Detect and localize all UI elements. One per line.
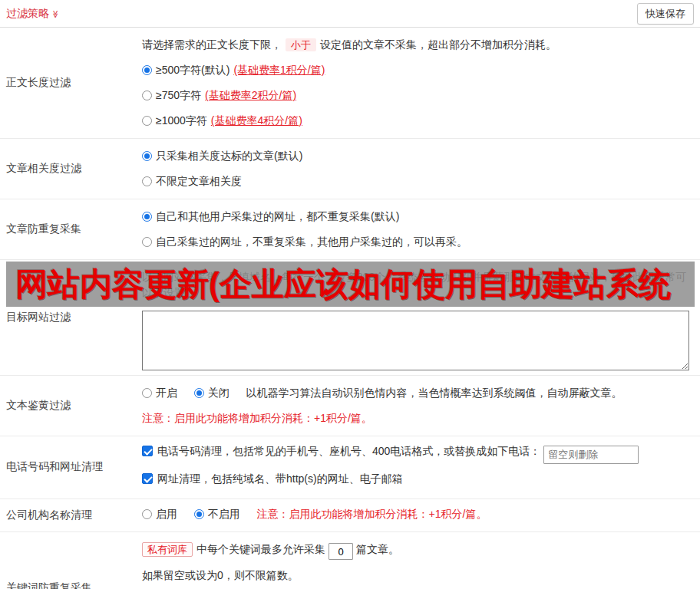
less-than-tag: 小于 — [286, 38, 316, 51]
relevance-option-2-text: 不限定文章相关度 — [156, 175, 242, 187]
company-on-text: 启用 — [156, 508, 177, 520]
url-cleanup-option: 网址清理，包括纯域名、带http(s)的网址、电子邮箱 — [142, 471, 694, 487]
page-header: 过滤策略≫ 快速保存 — [0, 0, 700, 28]
company-off-text: 不启用 — [208, 508, 240, 520]
porn-filter-options: 开启 关闭 以机器学习算法自动识别色情内容，当色情概率达到系统阈值，自动屏蔽文章… — [142, 385, 694, 401]
row-company-name-cleanup: 公司机构名称清理 启用 不启用 注意：启用此功能将增加积分消耗：+1积分/篇。 — [0, 499, 700, 532]
keyword-limit-mid: 中每个关键词最多允许采集 — [196, 543, 325, 555]
radio-relevance-strict[interactable] — [142, 151, 152, 161]
keyword-limit-end: 篇文章。 — [356, 543, 399, 555]
row-porn-filter: 文本鉴黄过滤 开启 关闭 以机器学习算法自动识别色情内容，当色情概率达到系统阈值… — [0, 376, 700, 436]
phone-cleanup-content: 电话号码清理，包括常见的手机号、座机号、400电话格式，或替换成如下电话： 网址… — [134, 436, 700, 499]
body-length-content: 请选择需求的正文长度下限，小于设定值的文章不采集，超出部分不增加积分消耗。 ≥5… — [134, 28, 700, 138]
chevron-down-icon: ≫ — [51, 10, 60, 18]
company-cleanup-options: 启用 不启用 注意：启用此功能将增加积分消耗：+1积分/篇。 — [142, 506, 694, 522]
body-length-intro: 请选择需求的正文长度下限，小于设定值的文章不采集，超出部分不增加积分消耗。 — [142, 37, 694, 53]
checkbox-url-cleanup[interactable] — [142, 473, 153, 484]
porn-desc: 以机器学习算法自动识别色情内容，当色情概率达到系统阈值，自动屏蔽文章。 — [246, 387, 622, 399]
option-1000-text: ≥1000字符 — [156, 114, 207, 127]
dedup-label: 文章防重复采集 — [0, 199, 134, 259]
radio-company-off[interactable] — [194, 509, 204, 519]
row-body-length-filter: 正文长度过滤 请选择需求的正文长度下限，小于设定值的文章不采集，超出部分不增加积… — [0, 28, 700, 139]
relevance-label: 文章相关度过滤 — [0, 139, 134, 199]
option-500-text: ≥500字符(默认) — [156, 64, 229, 76]
phone-cleanup-text: 电话号码清理，包括常见的手机号、座机号、400电话格式，或替换成如下电话： — [157, 445, 540, 457]
radio-porn-off[interactable] — [194, 388, 204, 398]
option-1000-fee[interactable]: (基础费率4积分/篇) — [211, 114, 302, 127]
body-length-label: 正文长度过滤 — [0, 28, 134, 138]
company-cleanup-content: 启用 不启用 注意：启用此功能将增加积分消耗：+1积分/篇。 — [134, 499, 700, 531]
watermark-overlay-text: 网站内容更新(企业应该如何使用自助建站系统 — [6, 263, 671, 306]
radio-porn-on[interactable] — [142, 388, 152, 398]
row-phone-url-cleanup: 电话号码和网址清理 电话号码清理，包括常见的手机号、座机号、400电话格式，或替… — [0, 436, 700, 499]
watermark-overlay-banner: 网站内容更新(企业应该如何使用自助建站系统 — [6, 262, 695, 307]
radio-500-chars[interactable] — [142, 65, 152, 75]
intro-after: 设定值的文章不采集，超出部分不增加积分消耗。 — [320, 38, 556, 51]
dedup-option-1: 自己和其他用户采集过的网址，都不重复采集(默认) — [142, 209, 694, 225]
radio-750-chars[interactable] — [142, 90, 152, 100]
keyword-limit-line: 私有词库中每个关键词最多允许采集篇文章。 — [142, 541, 694, 561]
porn-off-text: 关闭 — [208, 387, 229, 399]
porn-cost-note: 注意：启用此功能将增加积分消耗：+1积分/篇。 — [142, 410, 694, 426]
dedup-option-2-text: 自己采集过的网址，不重复采集，其他用户采集过的，可以再采。 — [156, 235, 467, 248]
company-cost-note: 注意：启用此功能将增加积分消耗：+1积分/篇。 — [257, 508, 487, 520]
relevance-option-1-text: 只采集相关度达标的文章(默认) — [156, 150, 302, 162]
checkbox-phone-cleanup[interactable] — [142, 446, 153, 456]
length-option-500: ≥500字符(默认)(基础费率1积分/篇) — [142, 62, 694, 78]
quick-save-button[interactable]: 快速保存 — [637, 3, 694, 25]
company-cleanup-label: 公司机构名称清理 — [0, 499, 134, 531]
dedup-content: 自己和其他用户采集过的网址，都不重复采集(默认) 自己采集过的网址，不重复采集，… — [134, 199, 700, 259]
relevance-content: 只采集相关度达标的文章(默认) 不限定文章相关度 — [134, 139, 700, 199]
row-relevance-filter: 文章相关度过滤 只采集相关度达标的文章(默认) 不限定文章相关度 — [0, 139, 700, 199]
keyword-dedup-label: 关键词防重复采集 — [0, 532, 134, 589]
option-750-fee[interactable]: (基础费率2积分/篇) — [205, 89, 296, 101]
intro-before: 请选择需求的正文长度下限， — [142, 38, 282, 51]
porn-filter-content: 开启 关闭 以机器学习算法自动识别色情内容，当色情概率达到系统阈值，自动屏蔽文章… — [134, 376, 700, 436]
blocked-sites-textarea[interactable] — [142, 311, 689, 370]
keyword-dedup-content: 私有词库中每个关键词最多允许采集篇文章。 如果留空或设为0，则不限篇数。 如果设… — [134, 532, 700, 589]
url-cleanup-text: 网址清理，包括纯域名、带http(s)的网址、电子邮箱 — [157, 472, 403, 485]
relevance-option-2: 不限定文章相关度 — [142, 173, 694, 189]
porn-filter-label: 文本鉴黄过滤 — [0, 376, 134, 436]
phone-cleanup-option: 电话号码清理，包括常见的手机号、座机号、400电话格式，或替换成如下电话： — [142, 443, 694, 464]
page-title-text: 过滤策略 — [6, 7, 49, 19]
dedup-option-1-text: 自己和其他用户采集过的网址，都不重复采集(默认) — [156, 210, 399, 222]
keyword-max-count-input[interactable] — [329, 543, 353, 560]
radio-company-on[interactable] — [142, 509, 152, 519]
option-750-text: ≥750字符 — [156, 89, 201, 101]
radio-1000-chars[interactable] — [142, 116, 152, 126]
length-option-750: ≥750字符(基础费率2积分/篇) — [142, 87, 694, 104]
option-500-fee[interactable]: (基础费率1积分/篇) — [233, 64, 325, 76]
length-option-1000: ≥1000字符(基础费率4积分/篇) — [142, 113, 694, 129]
radio-dedup-global[interactable] — [142, 212, 152, 222]
keyword-note-zero: 如果留空或设为0，则不限篇数。 — [142, 568, 694, 584]
relevance-option-1: 只采集相关度达标的文章(默认) — [142, 148, 694, 164]
radio-relevance-any[interactable] — [142, 176, 152, 186]
dedup-option-2: 自己采集过的网址，不重复采集，其他用户采集过的，可以再采。 — [142, 234, 694, 250]
row-dedup-collection: 文章防重复采集 自己和其他用户采集过的网址，都不重复采集(默认) 自己采集过的网… — [0, 199, 700, 260]
phone-cleanup-label: 电话号码和网址清理 — [0, 436, 134, 499]
replacement-phone-input[interactable] — [543, 446, 639, 464]
porn-on-text: 开启 — [156, 387, 177, 399]
row-keyword-dedup: 关键词防重复采集 私有词库中每个关键词最多允许采集篇文章。 如果留空或设为0，则… — [0, 532, 700, 589]
page-title[interactable]: 过滤策略≫ — [6, 7, 59, 21]
filter-strategy-page: 过滤策略≫ 快速保存 正文长度过滤 请选择需求的正文长度下限，小于设定值的文章不… — [0, 0, 700, 589]
radio-dedup-self[interactable] — [142, 237, 152, 247]
private-dictionary-tag[interactable]: 私有词库 — [142, 542, 193, 557]
